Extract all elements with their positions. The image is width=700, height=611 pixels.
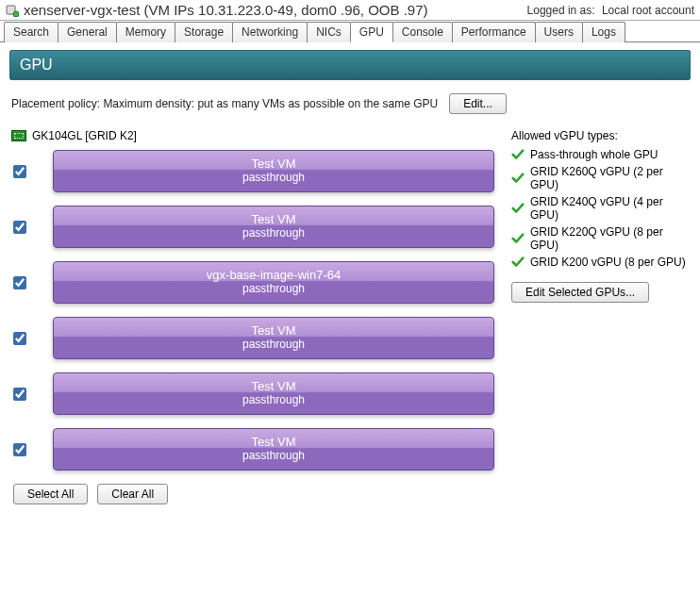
vm-checkbox[interactable] <box>13 388 26 401</box>
tab-nics[interactable]: NICs <box>307 22 351 42</box>
vm-row: Test VMpassthrough <box>13 150 494 192</box>
tab-search[interactable]: Search <box>4 22 58 42</box>
gpu-card-icon <box>11 130 26 141</box>
tab-logs[interactable]: Logs <box>582 22 625 42</box>
vm-block[interactable]: Test VMpassthrough <box>53 372 494 415</box>
tab-gpu[interactable]: GPU <box>350 22 393 42</box>
window-title: xenserver-vgx-test (VM IPs 10.31.223.0-4… <box>24 2 428 18</box>
vgpu-types-list: Pass-through whole GPUGRID K260Q vGPU (2… <box>511 148 691 269</box>
tab-users[interactable]: Users <box>535 22 583 42</box>
tab-console[interactable]: Console <box>392 22 453 42</box>
vm-row: Test VMpassthrough <box>13 372 494 415</box>
vm-row: Test VMpassthrough <box>13 206 494 248</box>
check-icon <box>511 172 525 185</box>
check-icon <box>511 148 525 161</box>
clear-all-button[interactable]: Clear All <box>97 484 168 504</box>
vgpu-type-item: GRID K240Q vGPU (4 per GPU) <box>511 195 691 222</box>
vm-name: vgx-base-image-win7-64 <box>54 268 493 282</box>
select-all-button[interactable]: Select All <box>13 484 88 504</box>
vm-name: Test VM <box>54 323 493 338</box>
vgpu-type-item: GRID K220Q vGPU (8 per GPU) <box>511 225 691 252</box>
tab-storage[interactable]: Storage <box>175 22 233 42</box>
placement-policy-row: Placement policy: Maximum density: put a… <box>11 93 689 114</box>
vm-name: Test VM <box>54 435 493 449</box>
vgpu-type-item: GRID K200 vGPU (8 per GPU) <box>511 256 691 269</box>
vm-row: Test VMpassthrough <box>13 317 494 359</box>
vm-checkbox[interactable] <box>13 332 26 345</box>
check-icon <box>511 256 525 269</box>
vgpu-type-label: GRID K260Q vGPU (2 per GPU) <box>530 165 691 191</box>
vgpu-type-item: GRID K260Q vGPU (2 per GPU) <box>511 165 691 191</box>
vm-checkbox[interactable] <box>13 443 26 456</box>
check-icon <box>511 232 525 245</box>
tab-general[interactable]: General <box>58 22 117 42</box>
vgpu-type-item: Pass-through whole GPU <box>511 148 691 161</box>
tab-bar: Search General Memory Storage Networking… <box>0 21 700 42</box>
vm-checkbox[interactable] <box>13 221 26 234</box>
vm-mode: passthrough <box>54 226 493 239</box>
vm-name: Test VM <box>54 212 493 226</box>
vm-checkbox[interactable] <box>13 165 26 178</box>
edit-policy-button[interactable]: Edit... <box>449 93 507 114</box>
vm-block[interactable]: Test VMpassthrough <box>53 150 494 192</box>
vm-mode: passthrough <box>54 338 493 351</box>
vm-list: Test VMpassthroughTest VMpassthroughvgx-… <box>9 150 494 471</box>
tab-networking[interactable]: Networking <box>232 22 308 42</box>
section-title: GPU <box>9 50 691 80</box>
vm-name: Test VM <box>54 157 493 171</box>
vgpu-type-label: GRID K220Q vGPU (8 per GPU) <box>530 225 691 252</box>
vm-mode: passthrough <box>54 171 493 184</box>
edit-selected-gpus-button[interactable]: Edit Selected GPUs... <box>511 282 649 303</box>
vm-row: vgx-base-image-win7-64passthrough <box>13 261 494 304</box>
vgpu-type-label: Pass-through whole GPU <box>530 148 658 161</box>
vm-name: Test VM <box>54 379 493 393</box>
vgpu-type-label: GRID K240Q vGPU (4 per GPU) <box>530 195 691 222</box>
tab-memory[interactable]: Memory <box>116 22 175 42</box>
vgpu-type-label: GRID K200 vGPU (8 per GPU) <box>530 256 686 269</box>
title-bar: xenserver-vgx-test (VM IPs 10.31.223.0-4… <box>0 0 700 21</box>
vm-block[interactable]: Test VMpassthrough <box>53 428 494 471</box>
gpu-header: GK104GL [GRID K2] <box>11 129 494 142</box>
server-icon <box>6 4 19 17</box>
vm-checkbox[interactable] <box>13 276 26 289</box>
vm-mode: passthrough <box>54 393 493 406</box>
tab-performance[interactable]: Performance <box>452 22 536 42</box>
vm-mode: passthrough <box>54 282 493 295</box>
login-status: Logged in as: Local root account <box>527 4 694 17</box>
svg-point-1 <box>13 11 19 17</box>
vm-mode: passthrough <box>54 449 493 462</box>
vm-block[interactable]: Test VMpassthrough <box>53 206 494 248</box>
vm-row: Test VMpassthrough <box>13 428 494 471</box>
vgpu-types-title: Allowed vGPU types: <box>511 129 691 142</box>
vm-block[interactable]: vgx-base-image-win7-64passthrough <box>53 261 494 304</box>
gpu-name: GK104GL [GRID K2] <box>32 129 137 142</box>
check-icon <box>511 202 525 215</box>
vm-block[interactable]: Test VMpassthrough <box>53 317 494 359</box>
placement-policy-text: Placement policy: Maximum density: put a… <box>11 97 438 110</box>
